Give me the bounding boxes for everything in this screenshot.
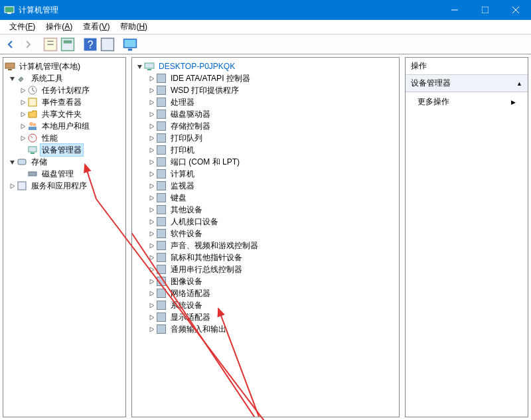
chevron-right-icon[interactable] <box>147 111 156 117</box>
actions-more[interactable]: 更多操作 ▶ <box>406 92 528 111</box>
svg-rect-26 <box>18 159 26 165</box>
chevron-down-icon[interactable] <box>7 76 17 82</box>
chevron-right-icon[interactable] <box>147 315 156 320</box>
device-category[interactable]: 系统设备 <box>133 299 398 311</box>
actions-section[interactable]: 设备管理器 ▲ <box>406 75 528 92</box>
chevron-down-icon[interactable] <box>7 159 17 165</box>
tree-device-manager[interactable]: 设备管理器 <box>5 144 124 156</box>
device-category[interactable]: 键盘 <box>133 192 398 204</box>
chevron-down-icon[interactable] <box>135 64 144 70</box>
svg-rect-0 <box>5 7 14 13</box>
chevron-right-icon[interactable] <box>18 111 27 117</box>
forward-button[interactable] <box>20 36 36 52</box>
menu-action[interactable]: 操作(A) <box>40 20 78 34</box>
device-category-icon <box>156 157 167 167</box>
device-category[interactable]: 处理器 <box>133 96 398 108</box>
tree-shared-folders[interactable]: 共享文件夹 <box>5 108 124 120</box>
tree-disk-management[interactable]: 磁盘管理 <box>5 168 124 180</box>
device-category[interactable]: 鼠标和其他指针设备 <box>133 251 398 263</box>
tree-local-users[interactable]: 本地用户和组 <box>5 120 124 132</box>
device-category[interactable]: 图像设备 <box>133 275 398 287</box>
chevron-right-icon[interactable] <box>147 255 156 261</box>
console-tree[interactable]: 计算机管理(本地) 系统工具 任务计划程序 事件查看器 共享文件夹 本地用户和组… <box>3 58 125 194</box>
chevron-right-icon[interactable] <box>147 88 156 94</box>
menu-help[interactable]: 帮助(H) <box>115 20 153 34</box>
tree-event-viewer[interactable]: 事件查看器 <box>5 96 124 108</box>
device-category-label: 监视器 <box>169 179 196 192</box>
chevron-right-icon[interactable] <box>147 100 156 105</box>
chevron-right-icon[interactable] <box>147 219 156 225</box>
device-category[interactable]: 存储控制器 <box>133 120 398 132</box>
device-category[interactable]: 音频输入和输出 <box>133 323 398 335</box>
device-category[interactable]: 打印机 <box>133 144 398 156</box>
device-category[interactable]: WSD 打印提供程序 <box>133 84 398 96</box>
chevron-right-icon[interactable] <box>147 76 156 82</box>
device-category-icon <box>156 324 167 334</box>
device-category[interactable]: 其他设备 <box>133 204 398 216</box>
tree-performance[interactable]: 性能 <box>5 132 124 144</box>
device-category-icon <box>156 228 167 239</box>
chevron-right-icon[interactable] <box>147 123 156 129</box>
svg-rect-1 <box>7 13 11 14</box>
tree-services-apps[interactable]: 服务和应用程序 <box>5 180 124 192</box>
minimize-button[interactable] <box>439 0 470 20</box>
chevron-right-icon[interactable] <box>147 159 156 165</box>
chevron-right-icon[interactable] <box>147 267 156 273</box>
tree-storage[interactable]: 存储 <box>5 156 124 168</box>
monitor-button[interactable] <box>122 36 138 52</box>
device-category[interactable]: IDE ATA/ATAPI 控制器 <box>133 72 398 84</box>
tree-task-scheduler[interactable]: 任务计划程序 <box>5 84 124 96</box>
properties-button[interactable] <box>60 36 76 52</box>
maximize-button[interactable] <box>470 0 500 20</box>
performance-icon <box>27 133 38 143</box>
chevron-right-icon[interactable] <box>18 88 27 94</box>
disk-icon <box>27 169 38 179</box>
chevron-right-icon[interactable] <box>147 207 156 213</box>
device-category[interactable]: 网络适配器 <box>133 287 398 299</box>
device-category[interactable]: 监视器 <box>133 180 398 192</box>
services-icon <box>17 180 27 191</box>
refresh-button[interactable] <box>100 36 115 52</box>
menu-file[interactable]: 文件(F) <box>4 20 40 34</box>
chevron-right-icon[interactable] <box>18 100 27 105</box>
device-tree[interactable]: DESKTOP-P0JPKQK IDE ATA/ATAPI 控制器WSD 打印提… <box>132 58 399 338</box>
title-bar: 计算机管理 <box>0 0 531 20</box>
chevron-right-icon[interactable] <box>147 279 156 285</box>
device-category[interactable]: 显示适配器 <box>133 311 398 323</box>
chevron-right-icon[interactable] <box>147 326 156 332</box>
close-button[interactable] <box>500 0 531 20</box>
main-area: 计算机管理(本地) 系统工具 任务计划程序 事件查看器 共享文件夹 本地用户和组… <box>0 54 531 420</box>
help-button[interactable]: ? <box>82 36 98 52</box>
chevron-right-icon[interactable] <box>147 243 156 249</box>
device-category[interactable]: 计算机 <box>133 168 398 180</box>
svg-rect-13 <box>102 38 114 50</box>
device-category[interactable]: 人机接口设备 <box>133 216 398 228</box>
tree-system-tools[interactable]: 系统工具 <box>5 72 124 84</box>
device-category[interactable]: 磁盘驱动器 <box>133 108 398 120</box>
svg-rect-10 <box>64 40 72 43</box>
device-category-icon <box>156 109 167 119</box>
chevron-right-icon[interactable] <box>18 123 27 129</box>
tree-root[interactable]: 计算机管理(本地) <box>5 60 124 72</box>
device-category[interactable]: 端口 (COM 和 LPT) <box>133 156 398 168</box>
chevron-right-icon[interactable] <box>147 171 156 177</box>
device-category-label: 端口 (COM 和 LPT) <box>169 155 242 169</box>
device-root[interactable]: DESKTOP-P0JPKQK <box>133 60 398 72</box>
chevron-right-icon[interactable] <box>147 291 156 297</box>
chevron-right-icon[interactable] <box>147 195 156 201</box>
svg-rect-16 <box>5 63 15 68</box>
chevron-right-icon[interactable] <box>147 183 156 189</box>
chevron-right-icon[interactable] <box>18 135 27 141</box>
chevron-right-icon[interactable] <box>7 183 17 189</box>
device-category[interactable]: 通用串行总线控制器 <box>133 263 398 275</box>
chevron-right-icon[interactable] <box>147 147 156 153</box>
device-category[interactable]: 声音、视频和游戏控制器 <box>133 240 398 251</box>
chevron-right-icon[interactable] <box>147 135 156 141</box>
chevron-right-icon[interactable] <box>147 231 156 237</box>
chevron-right-icon[interactable] <box>147 303 156 309</box>
device-category[interactable]: 软件设备 <box>133 228 398 240</box>
back-button[interactable] <box>3 36 19 52</box>
show-hide-tree-button[interactable] <box>42 36 58 52</box>
device-category[interactable]: 打印队列 <box>133 132 398 144</box>
menu-view[interactable]: 查看(V) <box>78 20 115 34</box>
